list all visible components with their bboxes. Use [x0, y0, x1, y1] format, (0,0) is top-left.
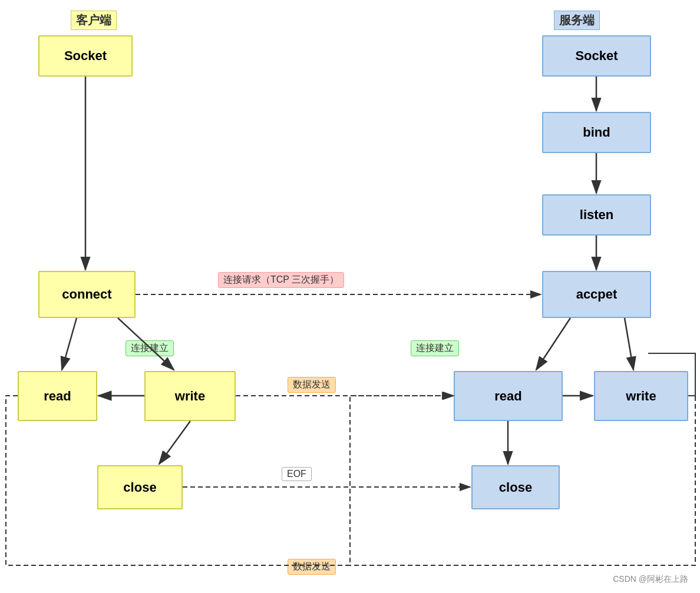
- server-title: 服务端: [554, 11, 600, 30]
- server-bind-box: bind: [542, 112, 651, 153]
- server-write-box: write: [594, 371, 688, 421]
- watermark: CSDN @阿彬在上路: [613, 574, 688, 585]
- svg-line-10: [536, 318, 570, 370]
- connection-request-label: 连接请求（TCP 三次握手）: [218, 272, 344, 288]
- server-listen-box: listen: [542, 194, 651, 236]
- client-socket-box: Socket: [38, 35, 133, 77]
- diagram-container: 客户端 服务端 Socket connect read write close …: [0, 0, 700, 593]
- svg-line-15: [159, 421, 190, 464]
- server-accpet-box: accpet: [542, 271, 651, 318]
- client-connected-label: 连接建立: [126, 340, 174, 356]
- client-title: 客户端: [71, 11, 117, 30]
- server-socket-box: Socket: [542, 35, 651, 77]
- client-close-box: close: [97, 465, 183, 509]
- svg-line-11: [625, 318, 633, 370]
- server-close-box: close: [471, 465, 560, 509]
- client-write-box: write: [144, 371, 236, 421]
- client-read-box: read: [18, 371, 97, 421]
- eof-label: EOF: [282, 467, 312, 481]
- client-connect-box: connect: [38, 271, 136, 318]
- svg-line-9: [62, 318, 77, 370]
- data-send-middle-label: 数据发送: [288, 377, 336, 393]
- server-connected-label: 连接建立: [411, 340, 459, 356]
- data-send-bottom-label: 数据发送: [288, 559, 336, 575]
- server-read-box: read: [454, 371, 563, 421]
